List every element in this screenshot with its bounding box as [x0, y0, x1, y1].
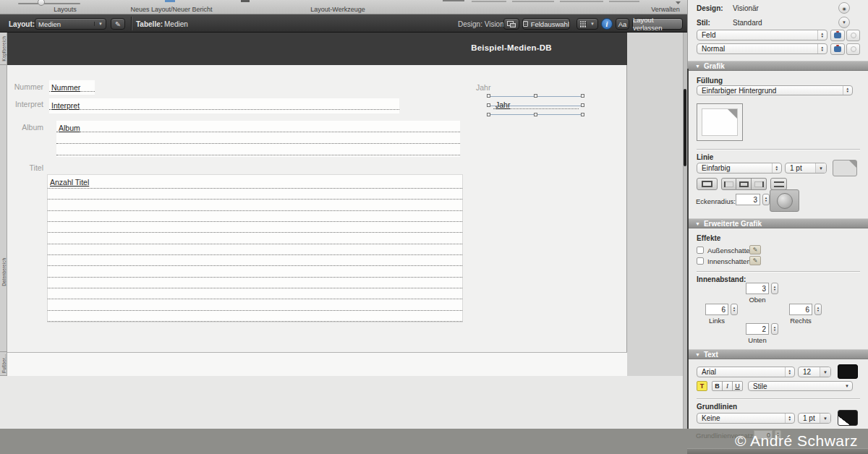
border-all-button[interactable]: [697, 178, 718, 190]
layout-select[interactable]: Medien ▼: [35, 18, 106, 30]
grundlinien-color-swatch[interactable]: [838, 410, 858, 426]
formatting-bar-button[interactable]: Aa: [616, 18, 629, 30]
innenabstand-oben-stepper[interactable]: [771, 283, 778, 294]
innenabstand-rechts-input[interactable]: [789, 304, 812, 315]
chevron-down-icon: ▼: [94, 22, 103, 26]
border-box-button[interactable]: [736, 178, 752, 190]
toolbox-icon: [834, 33, 841, 38]
part-tab-label: Kopfbereich: [1, 36, 7, 61]
selection-handle[interactable]: [487, 113, 490, 116]
edit-layout-button[interactable]: ✎: [111, 18, 125, 30]
innenabstand-unten-input[interactable]: [746, 323, 769, 335]
baseline-lines-button[interactable]: [770, 178, 787, 190]
border-right-button[interactable]: [752, 178, 767, 190]
eckenradius-input[interactable]: [736, 194, 760, 205]
innenabstand-links-stepper[interactable]: [731, 304, 738, 315]
toolbar-partial-icon: [472, 1, 506, 2]
stepper-icon: [843, 86, 852, 95]
innenschatten-edit-button[interactable]: ✎: [749, 256, 761, 265]
fill-color-swatch[interactable]: [697, 103, 743, 141]
stil-menu-button[interactable]: ▼: [838, 17, 850, 28]
field-album[interactable]: Album: [56, 121, 460, 157]
label-titel[interactable]: Titel: [9, 163, 43, 172]
view-options-button[interactable]: ▼: [576, 18, 598, 30]
label-interpret[interactable]: Interpret: [9, 100, 43, 108]
page-title[interactable]: Beispiel-Medien-DB: [439, 43, 584, 52]
part-tab-column: Kopfbereich Datenbereich Fußber...: [0, 33, 7, 376]
toolbar-partial-icon: [512, 1, 554, 2]
field-nummer[interactable]: Nummer: [49, 80, 95, 95]
font-select[interactable]: Arial: [697, 367, 795, 377]
toolbar-group-neues-layout[interactable]: Neues Layout/Neuer Bericht: [130, 6, 212, 13]
zoom-slider-knob[interactable]: [38, 0, 45, 6]
part-tab-fussbereich[interactable]: Fußber...: [0, 352, 7, 376]
fuellung-select[interactable]: Einfarbiger Hintergrund: [697, 85, 853, 95]
selection-handle[interactable]: [534, 113, 537, 116]
design-preview-button[interactable]: [503, 18, 519, 30]
bold-button[interactable]: B: [712, 381, 723, 391]
part-tab-kopfbereich[interactable]: Kopfbereich: [0, 33, 7, 65]
aussenschatten-edit-button[interactable]: ✎: [749, 245, 761, 254]
eckenradius-stepper[interactable]: [762, 194, 770, 205]
toolbar-group-werkzeuge[interactable]: Layout-Werkzeuge: [310, 6, 365, 13]
selection-handle[interactable]: [487, 94, 490, 98]
layout-verlassen-label: Layout verlassen: [633, 16, 682, 32]
innenabstand-rechts-stepper[interactable]: [814, 304, 822, 315]
italic-button[interactable]: I: [722, 381, 733, 391]
label-nummer[interactable]: Nummer: [9, 82, 43, 91]
innenabstand-oben-input[interactable]: [746, 283, 769, 294]
text-color-button[interactable]: T: [697, 381, 707, 391]
filemaker-layout-editor: Layouts Neues Layout/Neuer Bericht Layou…: [0, 0, 868, 454]
innenabstand-unten-stepper[interactable]: [771, 323, 778, 335]
chevron-down-icon: [676, 1, 681, 4]
copy-style-button[interactable]: [830, 43, 845, 55]
design-menu-button[interactable]: ◉: [838, 2, 850, 14]
corner-preview-button[interactable]: [770, 189, 799, 212]
part-tab-datenbereich[interactable]: Datenbereich: [0, 65, 7, 352]
selection-handle[interactable]: [581, 103, 584, 107]
text-color-swatch[interactable]: [838, 364, 858, 379]
rechts-label: Rechts: [786, 317, 815, 325]
section-header-erweiterte-grafik[interactable]: ▼ Erweiterte Grafik: [688, 218, 868, 228]
grundlinien-width-combo[interactable]: 1 pt ▼: [798, 413, 831, 424]
label-jahr[interactable]: Jahr: [476, 83, 496, 92]
object-type-select[interactable]: Feld: [697, 30, 827, 40]
innenschatten-checkbox[interactable]: [697, 257, 704, 265]
footer-part-band[interactable]: [7, 352, 627, 376]
feldauswahl-button[interactable]: Feldauswahl: [522, 18, 570, 30]
section-header-grafik[interactable]: ▼ Grafik: [688, 61, 868, 71]
toolbar-group-layouts[interactable]: Layouts: [54, 6, 77, 13]
innenschatten-label: Innenschatten: [707, 257, 751, 265]
paste-style-button[interactable]: [846, 30, 860, 41]
selection-handle[interactable]: [534, 94, 537, 98]
stile-select[interactable]: Stile ▼: [748, 381, 853, 391]
linie-width-combo[interactable]: 1 pt ▼: [785, 163, 827, 174]
zoom-slider-track[interactable]: [18, 3, 80, 4]
info-button[interactable]: i: [601, 18, 613, 30]
linie-style-select[interactable]: Einfarbig: [697, 163, 782, 174]
selection-handle[interactable]: [581, 94, 584, 98]
section-header-text[interactable]: ▼ Text: [688, 349, 868, 359]
canvas-scrollbar-thumb[interactable]: [684, 89, 686, 166]
line-color-swatch[interactable]: [833, 160, 857, 176]
border-box-icon: [739, 181, 749, 187]
grundlinien-select[interactable]: Keine: [697, 413, 795, 424]
object-state-select[interactable]: Normal: [697, 43, 827, 54]
label-album[interactable]: Album: [9, 123, 43, 132]
paste-style-button[interactable]: [846, 43, 860, 55]
field-jahr-selected[interactable]: Jahr: [489, 96, 584, 115]
selection-handle[interactable]: [581, 113, 584, 116]
innenabstand-label: Innenabstand:: [697, 275, 746, 283]
aussenschatten-checkbox[interactable]: [697, 247, 704, 254]
toolbar-group-verwalten[interactable]: Verwalten: [651, 6, 680, 13]
layout-verlassen-button[interactable]: Layout verlassen: [632, 18, 683, 30]
border-left-button[interactable]: [721, 178, 736, 190]
selection-handle[interactable]: [487, 103, 490, 107]
font-size-combo[interactable]: 12 ▼: [798, 367, 831, 377]
field-titel[interactable]: Anzahl Titel: [47, 174, 463, 322]
underline-button[interactable]: U: [732, 381, 743, 391]
toolbar-partial-icon: [443, 0, 464, 1]
innenabstand-links-input[interactable]: [705, 304, 728, 315]
field-interpret[interactable]: Interpret: [49, 98, 399, 113]
copy-style-button[interactable]: [830, 30, 845, 41]
